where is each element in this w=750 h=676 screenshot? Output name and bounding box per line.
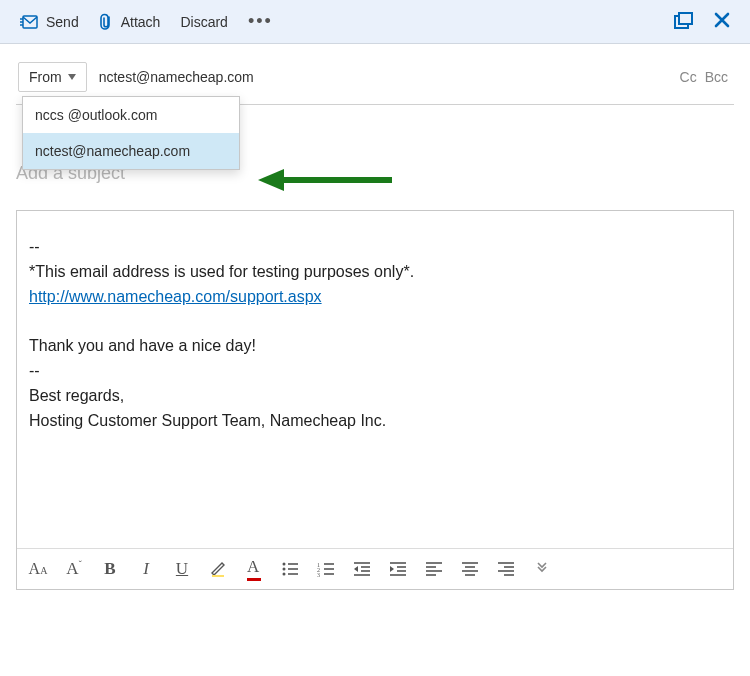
- cc-button[interactable]: Cc: [676, 69, 701, 85]
- send-button[interactable]: Send: [10, 8, 89, 36]
- from-dropdown-menu: nccs @outlook.com nctest@namecheap.com: [22, 96, 240, 170]
- italic-button[interactable]: I: [129, 553, 163, 585]
- svg-point-8: [283, 573, 286, 576]
- svg-point-7: [283, 568, 286, 571]
- outdent-icon: [353, 561, 371, 577]
- align-center-icon: [461, 561, 479, 577]
- discard-button[interactable]: Discard: [170, 8, 237, 36]
- outdent-button[interactable]: [345, 553, 379, 585]
- from-selected-email: nctest@namecheap.com: [99, 69, 254, 85]
- paperclip-icon: [99, 13, 113, 31]
- body-sep: --: [29, 359, 721, 384]
- body-line: Thank you and have a nice day!: [29, 334, 721, 359]
- message-body[interactable]: -- *This email address is used for testi…: [17, 211, 733, 548]
- font-size-icon: AA: [29, 559, 48, 579]
- svg-rect-5: [212, 575, 224, 577]
- bcc-button[interactable]: Bcc: [701, 69, 732, 85]
- align-center-button[interactable]: [453, 553, 487, 585]
- ellipsis-icon: •••: [248, 11, 273, 31]
- chevron-icon: [534, 561, 550, 577]
- align-right-button[interactable]: [489, 553, 523, 585]
- svg-rect-2: [679, 13, 692, 24]
- font-family-button[interactable]: Aˇ: [57, 553, 91, 585]
- font-icon: Aˇ: [66, 559, 81, 579]
- body-link[interactable]: http://www.namecheap.com/support.aspx: [29, 288, 322, 305]
- svg-marker-27: [390, 566, 394, 572]
- bold-icon: B: [104, 559, 115, 579]
- underline-icon: U: [176, 559, 188, 579]
- send-icon: [20, 15, 38, 29]
- from-option-0[interactable]: nccs @outlook.com: [23, 97, 239, 133]
- numbered-list-icon: 123: [317, 561, 335, 577]
- highlight-button[interactable]: [201, 553, 235, 585]
- svg-text:3: 3: [317, 572, 320, 577]
- popout-icon: [674, 16, 694, 32]
- attach-button[interactable]: Attach: [89, 7, 171, 37]
- close-icon: [714, 15, 730, 31]
- chevron-down-icon: [68, 74, 76, 80]
- indent-icon: [389, 561, 407, 577]
- align-right-icon: [497, 561, 515, 577]
- svg-marker-22: [354, 566, 358, 572]
- bullet-list-button[interactable]: [273, 553, 307, 585]
- formatting-toolbar: AA Aˇ B I U A 123: [17, 548, 733, 589]
- body-line: Hosting Customer Support Team, Namecheap…: [29, 409, 721, 434]
- underline-button[interactable]: U: [165, 553, 199, 585]
- bullet-list-icon: [281, 561, 299, 577]
- indent-button[interactable]: [381, 553, 415, 585]
- body-line: Best regards,: [29, 384, 721, 409]
- message-body-container: -- *This email address is used for testi…: [16, 210, 734, 590]
- body-line: *This email address is used for testing …: [29, 260, 721, 285]
- italic-icon: I: [143, 559, 149, 579]
- svg-point-6: [283, 563, 286, 566]
- send-label: Send: [46, 14, 79, 30]
- annotation-arrow: [258, 166, 398, 197]
- compose-toolbar: Send Attach Discard •••: [0, 0, 750, 44]
- from-option-1[interactable]: nctest@namecheap.com: [23, 133, 239, 169]
- bold-button[interactable]: B: [93, 553, 127, 585]
- close-button[interactable]: [704, 6, 740, 37]
- numbered-list-button[interactable]: 123: [309, 553, 343, 585]
- body-sep: --: [29, 235, 721, 260]
- svg-marker-4: [258, 169, 284, 191]
- align-left-icon: [425, 561, 443, 577]
- align-left-button[interactable]: [417, 553, 451, 585]
- more-formatting-button[interactable]: [525, 553, 559, 585]
- font-color-icon: A: [247, 557, 261, 581]
- svg-rect-0: [23, 16, 37, 28]
- from-label: From: [29, 69, 62, 85]
- discard-label: Discard: [180, 14, 227, 30]
- highlight-icon: [209, 560, 227, 578]
- from-row: From nctest@namecheap.com Cc Bcc: [0, 44, 750, 104]
- attach-label: Attach: [121, 14, 161, 30]
- from-dropdown-button[interactable]: From: [18, 62, 87, 92]
- font-size-button[interactable]: AA: [21, 553, 55, 585]
- font-color-button[interactable]: A: [237, 553, 271, 585]
- more-options-button[interactable]: •••: [238, 5, 283, 38]
- popout-button[interactable]: [664, 6, 704, 38]
